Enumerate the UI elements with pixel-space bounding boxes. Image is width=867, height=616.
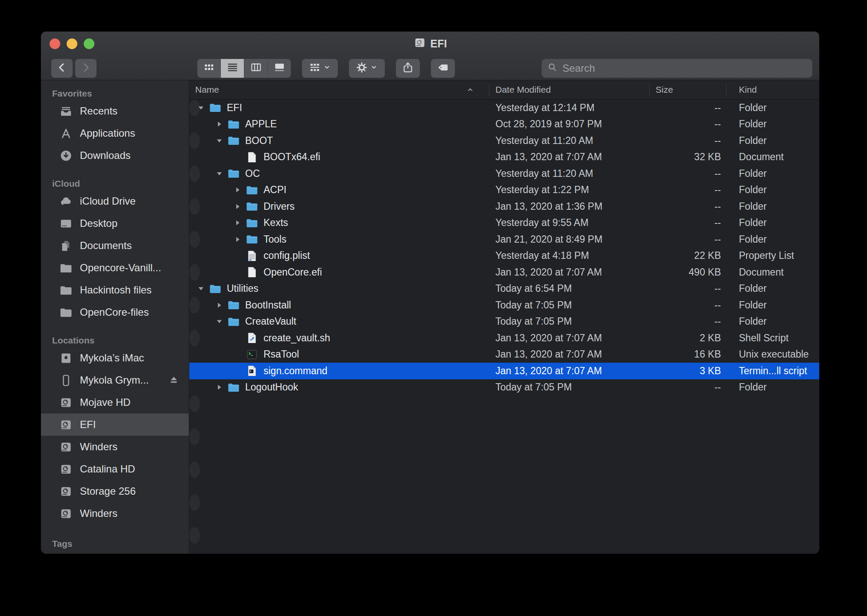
view-segment-gallery-view[interactable] bbox=[268, 59, 291, 78]
close-button[interactable] bbox=[50, 38, 60, 49]
disclosure-collapsed-icon[interactable] bbox=[232, 198, 243, 215]
sidebar-item-desktop[interactable]: Desktop bbox=[41, 212, 189, 235]
file-row-bootx64-efi[interactable]: BOOTx64.efiJan 13, 2020 at 7:07 AM32 KBD… bbox=[189, 149, 819, 166]
view-segment-column-view[interactable] bbox=[244, 59, 268, 78]
sidebar-item-opencore-vanill[interactable]: Opencore-Vanill... bbox=[41, 257, 189, 279]
sidebar-item-mykola-s-imac[interactable]: Mykola’s iMac bbox=[41, 347, 189, 369]
minimize-button[interactable] bbox=[67, 38, 77, 49]
file-row-bootinstall[interactable]: BootInstallToday at 7:05 PM--Folder bbox=[189, 297, 200, 314]
file-row-kexts[interactable]: KextsYesterday at 9:55 AM--Folder bbox=[189, 215, 819, 232]
file-kind: Document bbox=[739, 264, 784, 281]
file-row-opencore-efi[interactable]: OpenCore.efiJan 13, 2020 at 7:07 AM490 K… bbox=[189, 264, 200, 281]
tag-button[interactable] bbox=[431, 59, 455, 78]
sidebar-item-downloads[interactable]: Downloads bbox=[41, 144, 189, 167]
sidebar-item-mykola-grym[interactable]: Mykola Grym... bbox=[41, 369, 189, 391]
file-kind: Folder bbox=[739, 314, 767, 330]
sidebar-item-label: Hackintosh files bbox=[80, 284, 152, 296]
file-row-apple[interactable]: APPLEOct 28, 2019 at 9:07 PM--Folder bbox=[189, 116, 819, 133]
drive-icon bbox=[58, 440, 73, 454]
documents-icon bbox=[58, 239, 73, 252]
disclosure-expanded-icon[interactable] bbox=[214, 165, 225, 182]
file-kind: Folder bbox=[739, 215, 767, 232]
disclosure-collapsed-icon[interactable] bbox=[214, 379, 225, 396]
action-menu-button[interactable] bbox=[349, 59, 385, 78]
file-kind: Folder bbox=[739, 165, 767, 182]
column-header-kind[interactable]: Kind bbox=[739, 80, 757, 99]
sidebar-item-applications[interactable]: Applications bbox=[41, 122, 189, 144]
file-kind: Folder bbox=[739, 297, 767, 314]
sidebar-item-recents[interactable]: Recents bbox=[41, 100, 189, 122]
file-size: -- bbox=[649, 198, 721, 215]
group-by-icon bbox=[309, 62, 321, 75]
disclosure-collapsed-icon[interactable] bbox=[232, 231, 243, 248]
file-size: -- bbox=[649, 281, 721, 297]
drive-icon bbox=[58, 507, 73, 520]
eject-icon[interactable] bbox=[168, 369, 179, 391]
disclosure-collapsed-icon[interactable] bbox=[214, 297, 225, 314]
sidebar-item-opencore-files[interactable]: OpenCore-files bbox=[41, 301, 189, 323]
file-row-tools[interactable]: ToolsJan 21, 2020 at 8:49 PM--Folder bbox=[189, 231, 200, 248]
search-icon bbox=[547, 62, 558, 74]
file-rows: EFIYesterday at 12:14 PM--FolderAPPLEOct… bbox=[189, 100, 819, 554]
file-row-sign-command[interactable]: sign.commandJan 13, 2020 at 7:07 AM3 KBT… bbox=[189, 363, 819, 379]
empty-row bbox=[189, 428, 200, 445]
share-button[interactable] bbox=[396, 59, 420, 78]
view-segment-list-view[interactable] bbox=[221, 59, 244, 78]
sidebar-item-winders[interactable]: Winders bbox=[41, 502, 189, 525]
group-by-button[interactable] bbox=[302, 59, 338, 78]
file-row-acpi[interactable]: ACPIYesterday at 1:22 PM--Folder bbox=[189, 182, 819, 199]
file-name: RsaTool bbox=[264, 346, 299, 363]
disclosure-expanded-icon[interactable] bbox=[195, 100, 206, 116]
file-row-boot[interactable]: BOOTYesterday at 11:20 AM--Folder bbox=[189, 132, 200, 149]
file-row-config-plist[interactable]: config.plistYesterday at 4:18 PM22 KBPro… bbox=[189, 248, 819, 264]
disclosure-expanded-icon[interactable] bbox=[195, 281, 206, 297]
forward-button[interactable] bbox=[75, 59, 97, 78]
file-size: -- bbox=[649, 100, 721, 116]
sidebar-item-catalina-hd[interactable]: Catalina HD bbox=[41, 458, 189, 480]
file-date-modified: Jan 13, 2020 at 7:07 AM bbox=[495, 149, 602, 166]
column-header-name[interactable]: Name bbox=[195, 80, 219, 99]
column-header-date-modified[interactable]: Date Modified bbox=[495, 80, 551, 99]
file-row-drivers[interactable]: DriversJan 13, 2020 at 1:36 PM--Folder bbox=[189, 198, 200, 215]
file-kind: Shell Script bbox=[739, 330, 788, 346]
gear-icon bbox=[356, 62, 368, 75]
column-divider[interactable] bbox=[489, 83, 489, 96]
back-button[interactable] bbox=[51, 59, 73, 78]
file-kind: Termin...ll script bbox=[739, 363, 807, 379]
file-row-create-vault-sh[interactable]: create_vault.shJan 13, 2020 at 7:07 AM2 … bbox=[189, 330, 200, 346]
file-row-logouthook[interactable]: LogoutHookToday at 7:05 PM--Folder bbox=[189, 379, 819, 396]
sidebar-item-winders[interactable]: Winders bbox=[41, 436, 189, 458]
disclosure-collapsed-icon[interactable] bbox=[214, 116, 225, 133]
file-date-modified: Yesterday at 9:55 AM bbox=[495, 215, 589, 232]
folder-icon bbox=[209, 282, 222, 295]
column-header-size[interactable]: Size bbox=[656, 80, 673, 99]
view-segment-icon-view[interactable] bbox=[197, 59, 221, 78]
sidebar-item-mojave-hd[interactable]: Mojave HD bbox=[41, 391, 189, 414]
file-row-oc[interactable]: OCYesterday at 11:20 AM--Folder bbox=[189, 165, 200, 182]
search-input[interactable] bbox=[562, 62, 807, 75]
disclosure-expanded-icon[interactable] bbox=[214, 314, 225, 330]
file-row-createvault[interactable]: CreateVaultToday at 7:05 PM--Folder bbox=[189, 314, 819, 330]
column-divider[interactable] bbox=[649, 83, 650, 96]
sidebar-item-efi[interactable]: EFI bbox=[41, 414, 189, 436]
sidebar-item-hackintosh-files[interactable]: Hackintosh files bbox=[41, 279, 189, 301]
tag-icon bbox=[437, 62, 449, 75]
file-size: -- bbox=[649, 379, 721, 396]
file-row-utilities[interactable]: UtilitiesToday at 6:54 PM--Folder bbox=[189, 281, 819, 297]
folder-icon bbox=[58, 306, 73, 319]
iphone-icon bbox=[58, 374, 73, 387]
sidebar-item-documents[interactable]: Documents bbox=[41, 235, 189, 257]
file-row-efi[interactable]: EFIYesterday at 12:14 PM--Folder bbox=[189, 100, 200, 116]
chevron-left-icon bbox=[56, 62, 68, 75]
file-row-rsatool[interactable]: RsaToolJan 13, 2020 at 7:07 AM16 KBUnix … bbox=[189, 346, 819, 363]
file-name: BOOT bbox=[245, 132, 273, 149]
disclosure-expanded-icon[interactable] bbox=[214, 132, 225, 149]
disclosure-collapsed-icon[interactable] bbox=[232, 182, 243, 199]
zoom-button[interactable] bbox=[84, 38, 94, 49]
gallery-view-icon bbox=[274, 62, 285, 75]
sidebar-item-icloud-drive[interactable]: iCloud Drive bbox=[41, 190, 189, 212]
column-divider[interactable] bbox=[726, 83, 726, 96]
file-date-modified: Today at 6:54 PM bbox=[495, 281, 572, 297]
sidebar-item-storage-256[interactable]: Storage 256 bbox=[41, 480, 189, 502]
disclosure-collapsed-icon[interactable] bbox=[232, 215, 243, 232]
